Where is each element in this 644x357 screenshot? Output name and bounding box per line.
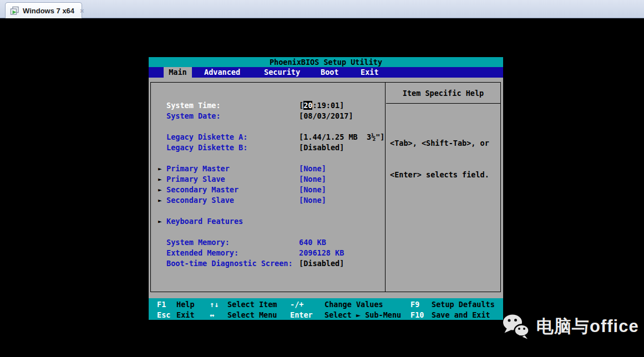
bios-title-bar: PhoenixBIOS Setup Utility xyxy=(149,57,503,67)
field-value: 2096128 KB xyxy=(299,248,344,258)
field-value: [None] xyxy=(299,174,326,185)
submenu-arrow-icon: ► xyxy=(158,164,162,174)
key-esc-desc: Exit xyxy=(176,310,195,320)
bios-setup-screen: PhoenixBIOS Setup Utility Main Advanced … xyxy=(149,57,503,320)
vm-tab-windows7[interactable]: Windows 7 x64 × xyxy=(5,2,82,18)
field-system-memory: System Memory: 640 KB xyxy=(151,237,385,248)
key-esc: Esc xyxy=(157,310,170,320)
key-leftright-icon: ↔ xyxy=(210,310,214,320)
field-value: [None] xyxy=(299,185,326,195)
field-label: Legacy Diskette A: xyxy=(166,132,247,142)
menu-tab-main[interactable]: Main xyxy=(164,67,192,78)
field-label: System Time: xyxy=(166,100,221,111)
field-value: [None] xyxy=(299,164,326,174)
wechat-icon xyxy=(502,314,530,339)
help-panel-text: <Tab>, <Shift-Tab>, or <Enter> selects f… xyxy=(390,117,489,201)
vm-screen: PhoenixBIOS Setup Utility Main Advanced … xyxy=(0,18,644,357)
field-legacy-diskette-a[interactable]: Legacy Diskette A: [1.44/1.25 MB 3½"] xyxy=(151,132,385,142)
field-value: [20:19:01] xyxy=(299,100,344,111)
submenu-arrow-icon: ► xyxy=(158,174,162,185)
field-label: Boot-time Diagnostic Screen: xyxy=(166,258,293,269)
item-specific-help-panel: Item Specific Help <Tab>, <Shift-Tab>, o… xyxy=(386,83,500,292)
key-enter: Enter xyxy=(290,310,313,320)
submenu-secondary-slave[interactable]: ► Secondary Slave [None] xyxy=(151,195,385,206)
vm-tab-title: Windows 7 x64 xyxy=(23,7,74,15)
field-label: System Memory: xyxy=(166,237,230,248)
field-extended-memory: Extended Memory: 2096128 KB xyxy=(151,248,385,258)
submenu-arrow-icon: ► xyxy=(158,185,162,195)
key-f9-desc: Setup Defaults xyxy=(432,299,495,310)
field-value: [Disabled] xyxy=(299,258,344,269)
bios-key-legend-bar: F1 Help ↑↓ Select Item -/+ Change Values… xyxy=(149,298,503,320)
spacer-row xyxy=(151,227,385,237)
submenu-primary-slave[interactable]: ► Primary Slave [None] xyxy=(151,174,385,185)
field-label: System Date: xyxy=(166,111,221,121)
field-label: Secondary Slave xyxy=(166,195,234,206)
bios-settings-panel: System Time: [20:19:01] System Date: [08… xyxy=(151,83,386,292)
submenu-keyboard-features[interactable]: ► Keyboard Features xyxy=(151,216,385,227)
field-system-date[interactable]: System Date: [08/03/2017] xyxy=(151,111,385,121)
bios-body: System Time: [20:19:01] System Date: [08… xyxy=(149,78,503,298)
time-hours-selected[interactable]: 20 xyxy=(303,101,312,110)
submenu-arrow-icon: ► xyxy=(158,195,162,206)
key-f1-desc: Help xyxy=(176,299,195,310)
key-f10-desc: Save and Exit xyxy=(432,310,490,320)
bios-menu-bar: Main Advanced Security Boot Exit xyxy=(149,67,503,78)
key-updown-desc: Select Item xyxy=(227,299,277,310)
submenu-arrow-icon: ► xyxy=(158,216,162,227)
help-line: <Enter> selects field. xyxy=(390,170,489,180)
key-updown-icon: ↑↓ xyxy=(210,299,219,310)
field-label: Legacy Diskette B: xyxy=(166,142,247,153)
help-line: <Tab>, <Shift-Tab>, or xyxy=(390,138,489,149)
field-value: [1.44/1.25 MB 3½"] xyxy=(299,132,384,142)
key-leftright-desc: Select Menu xyxy=(227,310,277,320)
field-value: 640 KB xyxy=(299,237,326,248)
field-label: Primary Slave xyxy=(166,174,225,185)
close-icon[interactable]: × xyxy=(80,7,84,15)
key-f9: F9 xyxy=(410,299,419,310)
vm-tab-bar: Windows 7 x64 × xyxy=(0,0,644,18)
spacer-row xyxy=(151,121,385,132)
field-legacy-diskette-b[interactable]: Legacy Diskette B: [Disabled] xyxy=(151,142,385,153)
menu-tab-advanced[interactable]: Advanced xyxy=(204,67,240,78)
field-boot-time-diagnostic-screen[interactable]: Boot-time Diagnostic Screen: [Disabled] xyxy=(151,258,385,269)
field-value: [08/03/2017] xyxy=(299,111,353,121)
field-label: Keyboard Features xyxy=(166,216,243,227)
vm-tab-icon xyxy=(10,6,19,16)
key-minusplus: -/+ xyxy=(290,299,303,310)
field-label: Secondary Master xyxy=(166,185,239,195)
help-panel-title: Item Specific Help xyxy=(386,83,500,104)
spacer-row xyxy=(151,153,385,164)
menu-tab-boot[interactable]: Boot xyxy=(321,67,339,78)
field-label: Primary Master xyxy=(166,164,230,174)
key-minusplus-desc: Change Values xyxy=(324,299,383,310)
menu-tab-security[interactable]: Security xyxy=(264,67,300,78)
submenu-primary-master[interactable]: ► Primary Master [None] xyxy=(151,164,385,174)
bios-content-box: System Time: [20:19:01] System Date: [08… xyxy=(150,82,501,292)
watermark: 电脑与office xyxy=(502,314,639,339)
submenu-secondary-master[interactable]: ► Secondary Master [None] xyxy=(151,185,385,195)
menu-tab-exit[interactable]: Exit xyxy=(361,67,379,78)
watermark-text: 电脑与office xyxy=(536,315,639,338)
field-value: [None] xyxy=(299,195,326,206)
key-enter-desc: Select ► Sub-Menu xyxy=(324,310,401,320)
spacer-row xyxy=(151,206,385,216)
key-f1: F1 xyxy=(157,299,166,310)
key-f10: F10 xyxy=(410,310,424,320)
field-label: Extended Memory: xyxy=(166,248,239,258)
field-system-time[interactable]: System Time: [20:19:01] xyxy=(151,100,385,111)
field-value: [Disabled] xyxy=(299,142,344,153)
